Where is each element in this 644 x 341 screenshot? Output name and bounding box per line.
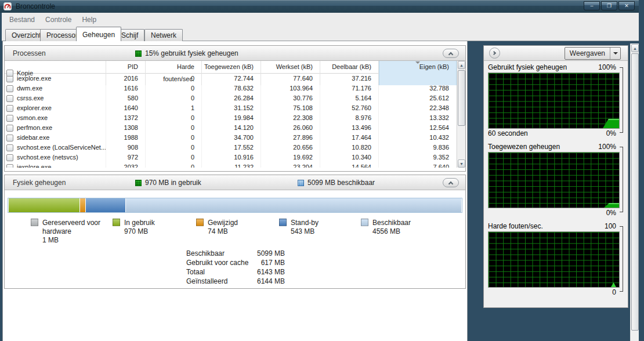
column-header-pid[interactable]: PID: [106, 61, 146, 85]
detail-row: Geïnstalleerd6144 MB: [186, 277, 285, 285]
tabbar: Overzicht Processor Geheugen Schijf Netw…: [2, 26, 639, 41]
scroll-thumb[interactable]: [458, 70, 465, 126]
maximize-button[interactable]: ❐: [601, 1, 617, 10]
graph-plot-area: [488, 72, 620, 129]
tab-geheugen[interactable]: Geheugen: [76, 27, 121, 41]
menu-item-help[interactable]: Help: [77, 14, 102, 26]
legend-color-swatch: [113, 219, 120, 226]
legend-color-swatch: [361, 219, 368, 226]
column-header-toegewezen[interactable]: Toegewezen (kB): [202, 61, 261, 85]
processes-collapse-button[interactable]: [443, 49, 459, 58]
table-row[interactable]: svchost.exe (LocalServiceNet... 908 0 17…: [5, 143, 457, 153]
graph-scale-bracket: [620, 67, 623, 133]
row-checkbox[interactable]: [6, 125, 13, 132]
app-icon: [3, 2, 12, 10]
physical-memory-section: Fysiek geheugen 970 MB in gebruik 5099 M…: [4, 175, 466, 289]
memory-usage-icon: [135, 50, 142, 57]
page-scrollbar[interactable]: ▲: [630, 43, 639, 341]
in-use-status-text: 970 MB in gebruik: [145, 179, 201, 187]
graph-plot-area: [488, 152, 620, 208]
row-checkbox[interactable]: [6, 135, 13, 142]
menubar: BestandControleHelp: [2, 13, 639, 26]
table-row[interactable]: vsmon.exe 1372 0 19.984 22.308 8.976 13.…: [5, 113, 457, 123]
side-panel-header: Weergaven: [484, 46, 628, 61]
detail-row: Totaal6143 MB: [186, 268, 285, 276]
graph-plot-area: [488, 231, 620, 288]
window-border-right: [639, 0, 644, 341]
detail-row: Beschikbaar5099 MB: [186, 249, 285, 257]
row-checkbox[interactable]: [6, 154, 13, 161]
graph-commit-memory: Toegewezen geheugen 100% 0%: [488, 143, 623, 220]
memory-bar-segment: [80, 198, 85, 212]
select-all-checkbox[interactable]: [6, 70, 13, 77]
legend-color-swatch: [31, 219, 38, 226]
minimize-button[interactable]: –: [584, 1, 600, 10]
column-header-eigen[interactable]: Eigen (kB): [379, 61, 457, 85]
table-row[interactable]: csrss.exe 580 0 26.284 30.776 5.164 25.6…: [5, 93, 457, 103]
process-table: Kopie PID Harde fouten/sec. Toegewezen (…: [5, 61, 457, 168]
legend-item: In gebruik970 MB: [113, 219, 155, 236]
available-icon: [298, 180, 304, 186]
row-checkbox[interactable]: [6, 105, 13, 112]
graph-title: Gebruikt fysiek geheugen: [488, 63, 567, 72]
legend-color-swatch: [196, 219, 204, 226]
close-button[interactable]: ✕: [618, 1, 635, 10]
processes-section-header: Processen 15% gebruikt fysiek geheugen: [5, 46, 465, 61]
table-row[interactable]: explorer.exe 1640 1 31.152 75.108 52.760…: [5, 103, 457, 113]
page-scroll-up-button[interactable]: ▲: [631, 44, 639, 52]
graph-title: Toegewezen geheugen: [488, 143, 560, 151]
scroll-down-button[interactable]: ▼: [458, 159, 465, 168]
table-scrollbar[interactable]: ▲ ▼: [457, 61, 465, 168]
processes-status: 15% gebruikt fysiek geheugen: [135, 49, 238, 57]
titlebar[interactable]: Broncontrole – ❐ ✕: [0, 0, 644, 13]
in-use-status: 970 MB in gebruik: [135, 179, 201, 187]
column-header-harde-fouten[interactable]: Harde fouten/sec.: [146, 61, 202, 85]
row-checkbox[interactable]: [6, 164, 13, 168]
column-header-deelbaar[interactable]: Deelbaar (kB): [320, 61, 379, 85]
physical-memory-title: Fysiek geheugen: [13, 179, 66, 187]
views-button-label: Weergaven: [565, 49, 610, 57]
physical-memory-collapse-button[interactable]: [443, 178, 459, 187]
legend-color-swatch: [279, 219, 287, 226]
page-scroll-thumb[interactable]: [631, 53, 639, 331]
available-status-text: 5099 MB beschikbaar: [307, 179, 375, 187]
graph-max-label: 100: [605, 222, 616, 231]
graph-min-label: 0%: [606, 129, 616, 138]
scroll-up-button[interactable]: ▲: [458, 61, 465, 69]
legend-item: Stand-by543 MB: [279, 219, 319, 236]
graph-fill-2: [611, 282, 616, 287]
row-checkbox[interactable]: [6, 144, 13, 151]
table-row[interactable]: iexplore.exe 2032 0 11.232 23.204 14.564…: [5, 162, 457, 168]
row-checkbox[interactable]: [6, 85, 13, 92]
table-row[interactable]: sidebar.exe 1988 0 34.700 27.896 17.464 …: [5, 133, 457, 143]
memory-bar-segment: [9, 198, 80, 212]
views-dropdown-button[interactable]: Weergaven: [565, 47, 621, 60]
legend-item: Gewijzigd74 MB: [196, 219, 238, 236]
graph-min-label: 0: [612, 288, 616, 297]
graph-title: Harde fouten/sec.: [488, 222, 543, 231]
table-row[interactable]: perfmon.exe 1308 0 14.120 26.060 13.496 …: [5, 123, 457, 133]
physical-memory-section-header: Fysiek geheugen 970 MB in gebruik 5099 M…: [5, 175, 465, 190]
graph-hard-faults: Harde fouten/sec. 100 0: [488, 222, 623, 299]
column-header-werkset[interactable]: Werkset (kB): [261, 61, 320, 85]
tab-netwerk[interactable]: Netwerk: [144, 29, 183, 41]
table-row[interactable]: svchost.exe (netsvcs) 972 0 10.916 19.69…: [5, 153, 457, 162]
graph-min-label: 0%: [606, 209, 616, 217]
graph-fill-0: [603, 119, 619, 128]
memory-bar-segment: [86, 198, 126, 212]
window-border-left: [0, 13, 2, 341]
available-status: 5099 MB beschikbaar: [298, 179, 375, 187]
menu-item-controle[interactable]: Controle: [40, 14, 77, 26]
main-content-column: Processen 15% gebruikt fysiek geheugen K…: [2, 41, 468, 341]
graph-fill-1: [604, 203, 619, 208]
row-checkbox[interactable]: [6, 95, 13, 102]
row-checkbox[interactable]: [6, 115, 13, 122]
detail-row: Gebruikt voor cache617 MB: [186, 259, 285, 267]
views-dropdown-arrow[interactable]: [610, 48, 620, 59]
expand-button[interactable]: [489, 48, 500, 59]
window-title: Broncontrole: [16, 2, 55, 10]
chevron-down-icon: [613, 52, 618, 55]
column-header-kopie[interactable]: Kopie: [5, 61, 106, 85]
chevron-up-icon: [448, 52, 453, 57]
menu-item-bestand[interactable]: Bestand: [4, 14, 40, 26]
